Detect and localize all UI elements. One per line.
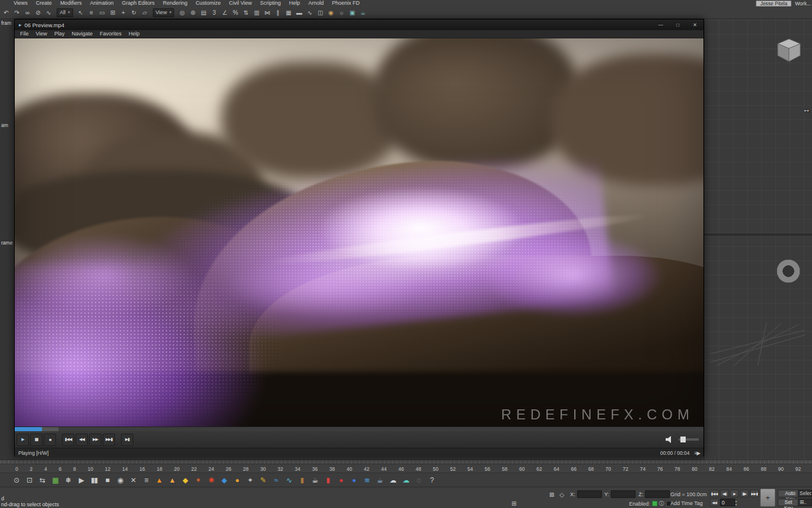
phoenix-ocean-icon[interactable]: ≈ <box>270 474 281 486</box>
time-slider-track[interactable] <box>0 460 812 464</box>
redo-icon[interactable]: ↷ <box>12 8 22 18</box>
phoenix-cloud-icon[interactable]: ☁ <box>387 474 398 486</box>
volume-handle[interactable] <box>680 437 686 442</box>
info-icon[interactable]: ⓘ <box>659 500 664 507</box>
go-to-end-button[interactable]: ▶▶▮ <box>103 434 115 446</box>
phoenix-teapot-icon[interactable]: ☕ <box>374 474 385 486</box>
render-production-icon[interactable]: ☕ <box>358 8 368 18</box>
snap-toggle-3d-icon[interactable]: 3 <box>209 8 219 18</box>
menu-item[interactable]: Create <box>32 0 56 6</box>
phoenix-liquid-icon[interactable]: ◆ <box>218 474 230 486</box>
snowflake-icon[interactable]: ❄ <box>63 474 74 486</box>
frame-number-input[interactable] <box>720 499 735 506</box>
schematic-view-icon[interactable]: ◫ <box>315 8 325 18</box>
play-animation-button[interactable]: ▶ <box>730 490 739 497</box>
view-cube[interactable] <box>773 35 805 67</box>
isolate-selection-icon[interactable]: ⊙ <box>11 474 22 486</box>
menu-item[interactable]: Graph Editors <box>117 0 159 6</box>
player-menu-item[interactable]: Help <box>125 30 143 38</box>
select-and-scale-icon[interactable]: ▱ <box>140 8 150 18</box>
y-position-input[interactable] <box>611 490 636 498</box>
keyboard-override-icon[interactable]: ▤ <box>198 8 208 18</box>
key-filters-button[interactable]: ⊞.. <box>798 499 812 506</box>
video-canvas[interactable]: REDEFINEFX.COM <box>15 38 703 426</box>
rewind-button[interactable]: ◀◀ <box>76 434 88 446</box>
viewport-nav-button[interactable]: + <box>760 489 775 507</box>
player-menu-item[interactable]: Favorites <box>96 30 125 38</box>
ribbon-icon[interactable]: ▬ <box>294 8 304 18</box>
phoenix-gear-flame-icon[interactable]: ✦ <box>244 474 256 486</box>
render-setup-icon[interactable]: ☼ <box>336 8 346 18</box>
select-by-name-icon[interactable]: ≡ <box>87 8 97 18</box>
workspace-user-button[interactable]: Jesse Pitela <box>756 1 791 6</box>
menu-item[interactable]: Phoenix FD <box>328 0 364 6</box>
phoenix-explosion-icon[interactable]: ✺ <box>205 474 217 486</box>
phoenix-flame-preset-icon[interactable]: ▲ <box>166 474 178 486</box>
phoenix-fireball-icon[interactable]: ✴ <box>192 474 204 486</box>
rect-region-icon[interactable]: ▭ <box>97 8 107 18</box>
align-icon[interactable]: ∥ <box>273 8 283 18</box>
volume-slider[interactable] <box>679 438 699 441</box>
phoenix-barrel-icon[interactable]: ▮ <box>296 474 307 486</box>
player-menu-item[interactable]: View <box>32 30 51 38</box>
select-and-manipulate-icon[interactable]: ⊛ <box>188 8 198 18</box>
help-icon[interactable]: ? <box>426 474 437 486</box>
close-button[interactable]: ✕ <box>686 19 703 30</box>
viewport-top[interactable] <box>705 19 812 233</box>
grid-display-icon[interactable]: ⊞ <box>510 499 518 507</box>
select-and-rotate-icon[interactable]: ↻ <box>129 8 139 18</box>
player-menu-item[interactable]: Play <box>51 30 68 38</box>
selection-filter-dropdown[interactable]: All ▾ <box>57 8 73 17</box>
stop-button[interactable]: ■ <box>44 434 56 446</box>
window-crossing-icon[interactable]: ⊞ <box>108 8 118 18</box>
angle-snap-icon[interactable]: ∠ <box>220 8 230 18</box>
percent-snap-icon[interactable]: % <box>230 8 240 18</box>
play-icon[interactable]: ▶ <box>76 474 87 486</box>
menu-item[interactable]: Customize <box>191 0 225 6</box>
layer-manager-icon[interactable]: ▦ <box>283 8 293 18</box>
go-to-start-button[interactable]: ▮◀◀ <box>62 434 74 446</box>
phoenix-circle-blue-icon[interactable]: ● <box>348 474 359 486</box>
mirror-icon[interactable]: ⋈ <box>262 8 272 18</box>
select-and-move-icon[interactable]: + <box>119 8 129 18</box>
phoenix-splash-icon[interactable]: ≋ <box>361 474 372 486</box>
frame-rate-icon[interactable]: ≡▶ <box>695 450 700 456</box>
player-menu-item[interactable]: Navigate <box>68 30 96 38</box>
use-pivot-icon[interactable]: ◎ <box>177 8 187 18</box>
menu-item[interactable]: Scripting <box>256 0 285 6</box>
spinner-down-icon[interactable]: ▾ <box>735 503 737 506</box>
curve-editor-icon[interactable]: ∿ <box>304 8 315 18</box>
timeline[interactable]: 0246810121416182022242628303234363840424… <box>0 460 812 473</box>
phoenix-toroid-icon[interactable]: ◌ <box>413 474 424 486</box>
phoenix-wave-icon[interactable]: ∿ <box>283 474 294 486</box>
menu-item[interactable]: Arnold <box>304 0 328 6</box>
viewport-bottom[interactable] <box>705 236 812 460</box>
selection-lock-icon[interactable]: ⊠ <box>548 490 556 499</box>
previous-frame-button[interactable]: ◀▮ <box>720 490 729 497</box>
rendered-frame-icon[interactable]: ▣ <box>347 8 357 18</box>
coord-system-dropdown[interactable]: View ▾ <box>153 8 175 17</box>
fast-forward-button[interactable]: ▶▶ <box>89 434 102 446</box>
spinner-snap-icon[interactable]: ⇅ <box>241 8 251 18</box>
menu-item[interactable]: Views <box>9 0 32 6</box>
go-to-end-button[interactable]: ▶▶▮ <box>750 490 759 497</box>
key-mode-toggle-button[interactable]: ◀◀ <box>710 499 719 506</box>
phoenix-foam-icon[interactable]: ☁ <box>400 474 411 486</box>
undo-icon[interactable]: ↶ <box>1 8 11 18</box>
phoenix-coffee-icon[interactable]: ☕ <box>309 474 320 486</box>
stop-icon[interactable]: ■ <box>102 474 113 486</box>
edit-named-sets-icon[interactable]: ▥ <box>251 8 261 18</box>
enabled-indicator[interactable] <box>652 501 657 506</box>
z-position-input[interactable] <box>645 490 670 498</box>
set-key-button[interactable]: Set Key <box>778 499 799 506</box>
material-editor-icon[interactable]: ◉ <box>326 8 336 18</box>
player-titlebar[interactable]: ▸ 06 Preview.mp4 —□✕ <box>15 19 703 30</box>
grid-array-icon[interactable]: ▦ <box>50 474 61 486</box>
minimize-button[interactable]: — <box>652 19 669 30</box>
seek-bar[interactable] <box>15 426 703 431</box>
menu-item[interactable]: Rendering <box>159 0 192 6</box>
volume-icon[interactable] <box>666 436 674 444</box>
select-and-link-icon[interactable]: ∞ <box>22 8 32 18</box>
delete-icon[interactable]: ✕ <box>127 474 139 486</box>
offset-mode-icon[interactable]: ◇ <box>558 490 566 499</box>
